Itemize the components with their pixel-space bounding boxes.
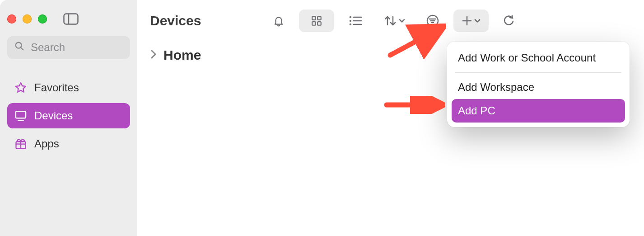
toolbar: Devices: [137, 0, 533, 42]
grid-icon: [311, 15, 322, 27]
chevron-down-icon: [399, 18, 405, 24]
add-button[interactable]: [453, 9, 489, 32]
svg-rect-11: [312, 22, 316, 25]
add-menu: Add Work or School Account Add Workspace…: [447, 42, 630, 127]
bell-icon: [273, 14, 285, 27]
svg-rect-4: [16, 111, 26, 118]
menu-item-add-account[interactable]: Add Work or School Account: [452, 46, 625, 70]
refresh-icon: [503, 14, 515, 27]
search-input[interactable]: [30, 41, 123, 54]
grid-view-button[interactable]: [299, 9, 334, 32]
refresh-button[interactable]: [498, 9, 520, 32]
sidebar-nav: Favorites Devices Apps: [7, 75, 130, 156]
svg-rect-12: [317, 22, 321, 25]
star-icon: [14, 81, 27, 94]
menu-item-add-pc[interactable]: Add PC: [452, 99, 625, 123]
search-icon: [14, 41, 24, 54]
minimize-window-button[interactable]: [23, 14, 32, 24]
sidebar-item-label: Devices: [34, 109, 73, 122]
svg-point-17: [350, 24, 351, 25]
sidebar-item-apps[interactable]: Apps: [7, 131, 130, 156]
list-icon: [349, 15, 362, 26]
zoom-window-button[interactable]: [38, 14, 47, 24]
sidebar: Favorites Devices Apps: [0, 0, 137, 236]
sort-icon: [383, 14, 397, 27]
page-title: Devices: [150, 13, 201, 28]
breadcrumb-label: Home: [163, 47, 201, 63]
svg-point-13: [350, 17, 351, 18]
titlebar: [7, 11, 130, 27]
monitor-icon: [14, 109, 27, 122]
chevron-down-icon: [474, 18, 481, 24]
list-view-button[interactable]: [343, 9, 368, 32]
filter-icon: [426, 14, 439, 27]
toolbar-group: [267, 9, 520, 32]
search-field[interactable]: [7, 36, 130, 59]
sidebar-item-favorites[interactable]: Favorites: [7, 75, 130, 100]
svg-rect-0: [64, 14, 78, 24]
menu-separator: [455, 72, 621, 73]
sort-button[interactable]: [377, 9, 412, 32]
svg-rect-10: [317, 16, 321, 20]
notifications-button[interactable]: [267, 9, 290, 32]
window-controls: [7, 14, 47, 24]
menu-item-add-workspace[interactable]: Add Workspace: [452, 76, 625, 99]
svg-line-3: [21, 47, 23, 50]
sidebar-item-devices[interactable]: Devices: [7, 103, 130, 128]
sidebar-item-label: Apps: [34, 137, 59, 150]
sidebar-toggle-button[interactable]: [63, 13, 79, 25]
close-window-button[interactable]: [7, 14, 16, 24]
gift-icon: [14, 137, 27, 150]
chevron-right-icon: [150, 49, 157, 61]
svg-rect-9: [312, 16, 316, 20]
sidebar-item-label: Favorites: [34, 81, 79, 94]
svg-point-15: [350, 20, 351, 21]
plus-icon: [462, 15, 472, 26]
filter-button[interactable]: [421, 9, 444, 32]
